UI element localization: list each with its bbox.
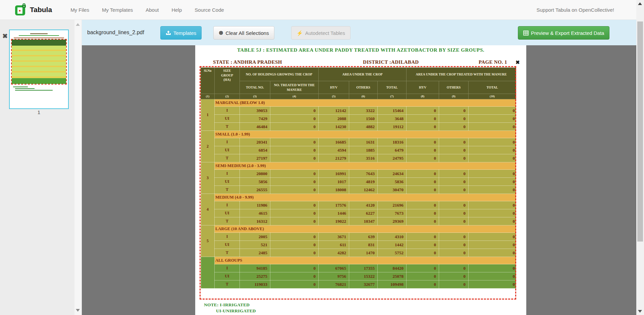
value-cell: 4310 <box>378 233 407 241</box>
value-cell: 11986 <box>240 201 270 209</box>
value-cell: 24795 <box>378 154 407 162</box>
value-cell: 1631 <box>349 138 378 146</box>
scroll-up-icon[interactable] <box>76 23 80 26</box>
value-cell: 0 <box>469 115 516 123</box>
tabula-logo-icon[interactable] <box>15 3 27 16</box>
row-type-cell: I <box>215 170 240 178</box>
value-cell: 0 <box>407 146 439 154</box>
clear-circle-x-icon: ⊗ <box>219 30 223 36</box>
scroll-down-icon[interactable] <box>76 309 80 312</box>
value-cell: 0 <box>439 186 469 194</box>
scrollbar-thumb[interactable] <box>637 21 643 242</box>
support-opencollective-link[interactable]: Support Tabula on OpenCollective! <box>536 7 614 13</box>
nav-my-files[interactable]: My Files <box>64 7 96 13</box>
value-cell: 639 <box>349 233 378 241</box>
row-type-cell: T <box>215 249 240 257</box>
subheader: HYV <box>319 81 349 94</box>
main-scrollbar[interactable] <box>636 0 644 315</box>
value-cell: 4282 <box>319 249 349 257</box>
value-cell: 0 <box>439 241 469 249</box>
value-cell: 0 <box>469 280 516 288</box>
table-row: I20341016685163118316000 <box>201 138 516 146</box>
page-thumbnail[interactable] <box>9 30 69 109</box>
header-area-treated: AREA UNDER THE CROP TREATED WITH THE MAN… <box>407 68 516 81</box>
pdf-viewer: TABLE 5J : ESTIMATED AREA UNDER PADDY TR… <box>82 45 636 315</box>
document-toolbar: background_lines_2.pdf Templates ⊗ Clear… <box>82 20 636 45</box>
selection-close-icon[interactable]: ✖ <box>516 60 520 65</box>
value-cell: 0 <box>407 280 439 288</box>
value-cell: 0 <box>469 186 516 194</box>
value-cell: 32677 <box>349 280 378 288</box>
pdf-page[interactable]: TABLE 5J : ESTIMATED AREA UNDER PADDY TR… <box>195 45 526 315</box>
templates-button[interactable]: Templates <box>160 26 202 40</box>
nav-source-code[interactable]: Source Code <box>188 7 230 13</box>
value-cell: 10347 <box>349 217 378 225</box>
value-cell: 26555 <box>240 186 270 194</box>
scroll-up-icon[interactable] <box>638 2 642 5</box>
value-cell: 0 <box>270 107 319 115</box>
value-cell: 2005 <box>240 233 270 241</box>
row-type-cell: T <box>215 217 240 225</box>
scroll-down-icon[interactable] <box>638 310 642 313</box>
slno-cell: 3 <box>201 162 215 194</box>
value-cell: 0 <box>469 233 516 241</box>
row-type-cell: UI <box>215 272 240 280</box>
value-cell: 0 <box>407 170 439 178</box>
value-cell: 27197 <box>240 154 270 162</box>
value-cell: 0 <box>407 241 439 249</box>
value-cell: 46484 <box>240 123 270 131</box>
value-cell: 0 <box>439 170 469 178</box>
group-label-cell: SMALL (1.0 - 1.99) <box>215 131 516 138</box>
table-row: I11986017576412021696000 <box>201 201 516 209</box>
value-cell: 109498 <box>378 280 407 288</box>
value-cell: 0 <box>469 146 516 154</box>
col-number: (9) <box>439 94 469 99</box>
value-cell: 0 <box>270 186 319 194</box>
subheader: TOTAL NO. <box>240 81 270 94</box>
group-label-row: 1MARGINAL (BELOW 1.0) <box>201 99 516 107</box>
value-cell: 831 <box>349 241 378 249</box>
subheader: OTHERS <box>439 81 469 94</box>
header-slno: Sl.No <box>201 68 215 94</box>
value-cell: 0 <box>407 201 439 209</box>
nav-help[interactable]: Help <box>165 7 188 13</box>
lightning-icon: ⚡ <box>297 31 303 36</box>
value-cell: 0 <box>270 178 319 186</box>
group-label-cell: MEDIUM (4.0 - 9.99) <box>215 194 516 201</box>
value-cell: 5752 <box>378 249 407 257</box>
value-cell: 0 <box>439 249 469 257</box>
value-cell: 0 <box>469 123 516 131</box>
value-cell: 0 <box>270 209 319 217</box>
value-cell: 0 <box>439 233 469 241</box>
value-cell: 611 <box>319 241 349 249</box>
clear-all-selections-button[interactable]: ⊗ Clear All Selections <box>213 26 274 40</box>
col-number: (6) <box>349 94 378 99</box>
slno-cell: 5 <box>201 225 215 257</box>
remove-page-icon[interactable]: ✖ <box>2 33 8 39</box>
table-row: UI25275097561532225078000 <box>201 272 516 280</box>
value-cell: 0 <box>270 249 319 257</box>
preview-export-button[interactable]: Preview & Export Extracted Data <box>518 26 609 40</box>
value-cell: 0 <box>439 264 469 272</box>
value-cell: 16991 <box>319 170 349 178</box>
top-navbar: Tabula My Files My Templates About Help … <box>0 0 644 20</box>
subheader: TOTAL <box>469 81 516 94</box>
nav-my-templates[interactable]: My Templates <box>96 7 139 13</box>
brand-title[interactable]: Tabula <box>30 6 52 14</box>
value-cell: 0 <box>407 264 439 272</box>
group-label-row: 3SEMI-MEDIUM (2.0 - 3.99) <box>201 162 516 170</box>
value-cell: 0 <box>469 249 516 257</box>
value-cell: 1017 <box>319 178 349 186</box>
value-cell: 17355 <box>349 264 378 272</box>
value-cell: 0 <box>407 249 439 257</box>
value-cell: 3648 <box>378 115 407 123</box>
col-number: (1) <box>201 94 215 99</box>
document-state: STATE : ANDHRA PRADESH <box>213 59 282 65</box>
value-cell: 20341 <box>240 138 270 146</box>
value-cell: 14230 <box>319 123 349 131</box>
row-type-cell: T <box>215 123 240 131</box>
sidebar-scrollbar[interactable] <box>74 20 82 315</box>
nav-about[interactable]: About <box>139 7 165 13</box>
row-type-cell: T <box>215 186 240 194</box>
document-district: DISTRICT :ADILABAD <box>363 59 419 65</box>
